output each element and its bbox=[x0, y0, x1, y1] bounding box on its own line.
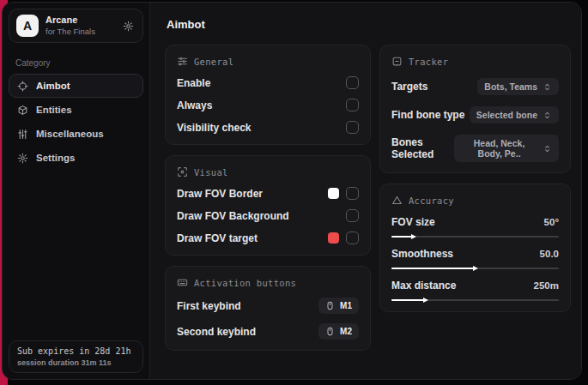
session-duration-text: session duration 31m 11s bbox=[17, 358, 135, 367]
brand-name: Arcane bbox=[45, 15, 95, 27]
sidebar-item-label: Miscellaneous bbox=[36, 129, 104, 139]
app-window: A Arcane for The Finals Category bbox=[0, 0, 588, 385]
setting-row-first-keybind: First keybind M1 bbox=[177, 298, 359, 314]
max-distance-value: 250m bbox=[534, 280, 559, 291]
setting-row-always: Always bbox=[177, 99, 359, 111]
sidebar-item-entities[interactable]: Entities bbox=[9, 98, 143, 122]
setting-row-draw-fov-target: Draw FOV target bbox=[177, 232, 359, 244]
setting-row-draw-fov-background: Draw FOV Background bbox=[177, 209, 359, 222]
mouse-icon bbox=[325, 327, 335, 336]
card-title: Visual bbox=[194, 167, 228, 177]
brand-settings-button[interactable] bbox=[121, 19, 136, 33]
fov-border-color-swatch[interactable] bbox=[328, 188, 339, 199]
setting-row-bones-selected: Bones Selected Head, Neck, Body, Pe.. bbox=[391, 135, 559, 162]
sidebar-item-aimbot[interactable]: Aimbot bbox=[9, 74, 143, 98]
setting-row-smoothness: Smoothness 50.0 bbox=[391, 248, 559, 269]
second-keybind-button[interactable]: M2 bbox=[318, 323, 359, 340]
fov-size-slider[interactable] bbox=[391, 236, 559, 238]
fov-target-color-swatch[interactable] bbox=[328, 232, 339, 244]
card-title: Tracker bbox=[409, 57, 448, 67]
setting-row-second-keybind: Second keybind M2 bbox=[177, 323, 359, 340]
sidebar-item-miscellaneous[interactable]: Miscellaneous bbox=[9, 122, 143, 146]
activation-card: Activation buttons First keybind M1 bbox=[165, 266, 371, 351]
chevrons-up-down-icon bbox=[543, 82, 552, 92]
sidebar-item-label: Entities bbox=[36, 105, 72, 115]
box-icon bbox=[17, 105, 28, 116]
setting-row-visibility-check: Visibility check bbox=[177, 121, 359, 134]
setting-row-fov-size: FOV size 50° bbox=[391, 216, 559, 238]
subscription-info: Sub expires in 28d 21h session duration … bbox=[9, 340, 143, 373]
max-distance-slider[interactable] bbox=[391, 299, 559, 301]
setting-row-draw-fov-border: Draw FOV Border bbox=[177, 187, 359, 200]
draw-fov-border-checkbox[interactable] bbox=[346, 187, 359, 200]
sub-expiry-text: Sub expires in 28d 21h bbox=[17, 346, 135, 356]
sidebar-nav: Aimbot Entities Mi bbox=[3, 74, 149, 170]
fov-size-value: 50° bbox=[544, 217, 559, 227]
tracker-card: Tracker Targets Bots, Teams bbox=[379, 45, 571, 173]
gear-icon bbox=[17, 153, 28, 164]
visual-card: Visual Draw FOV Border Draw FOV Backgrou… bbox=[165, 155, 371, 256]
visibility-check-checkbox[interactable] bbox=[346, 121, 359, 134]
sliders-vertical-icon bbox=[17, 129, 28, 140]
sidebar: A Arcane for The Finals Category bbox=[3, 3, 150, 379]
chevrons-up-down-icon bbox=[543, 144, 552, 153]
card-title: General bbox=[194, 57, 233, 67]
sliders-horizontal-icon bbox=[177, 56, 188, 67]
crosshair-icon bbox=[17, 81, 28, 92]
enable-checkbox[interactable] bbox=[346, 76, 359, 89]
general-card: General Enable Always Visibility check bbox=[165, 45, 371, 145]
setting-row-find-bone-type: Find bone type Selected bone bbox=[391, 106, 559, 123]
setting-row-targets: Targets Bots, Teams bbox=[391, 78, 559, 95]
accuracy-card: Accuracy FOV size 50° bbox=[379, 183, 571, 312]
smoothness-slider[interactable] bbox=[391, 268, 559, 269]
card-title: Activation buttons bbox=[194, 278, 296, 288]
cheat-menu-window: A Arcane for The Finals Category bbox=[2, 2, 582, 380]
brand-logo: A bbox=[16, 15, 39, 37]
sidebar-item-label: Settings bbox=[36, 153, 75, 163]
chevrons-up-down-icon bbox=[543, 111, 552, 120]
brand-subtitle: for The Finals bbox=[45, 27, 95, 37]
scan-eye-icon bbox=[177, 166, 188, 177]
category-label: Category bbox=[15, 58, 149, 68]
find-bone-type-dropdown[interactable]: Selected bone bbox=[470, 106, 559, 123]
smoothness-value: 50.0 bbox=[540, 249, 559, 259]
card-title: Accuracy bbox=[409, 196, 454, 206]
sidebar-item-label: Aimbot bbox=[36, 81, 70, 91]
always-checkbox[interactable] bbox=[346, 99, 359, 111]
triangle-icon bbox=[391, 195, 403, 206]
draw-fov-target-checkbox[interactable] bbox=[346, 232, 359, 244]
square-minus-icon bbox=[391, 56, 403, 67]
bones-selected-dropdown[interactable]: Head, Neck, Body, Pe.. bbox=[454, 135, 559, 162]
setting-row-enable: Enable bbox=[177, 76, 359, 89]
targets-dropdown[interactable]: Bots, Teams bbox=[477, 78, 559, 95]
page-title: Aimbot bbox=[167, 18, 571, 31]
keyboard-icon bbox=[177, 277, 188, 288]
sidebar-item-settings[interactable]: Settings bbox=[9, 146, 143, 170]
first-keybind-button[interactable]: M1 bbox=[318, 298, 359, 314]
brand-card: A Arcane for The Finals bbox=[9, 9, 143, 43]
setting-row-max-distance: Max distance 250m bbox=[391, 280, 559, 301]
main-panel: Aimbot General bbox=[150, 3, 581, 379]
draw-fov-background-checkbox[interactable] bbox=[346, 209, 359, 222]
gear-icon bbox=[123, 21, 134, 32]
mouse-icon bbox=[325, 301, 335, 310]
